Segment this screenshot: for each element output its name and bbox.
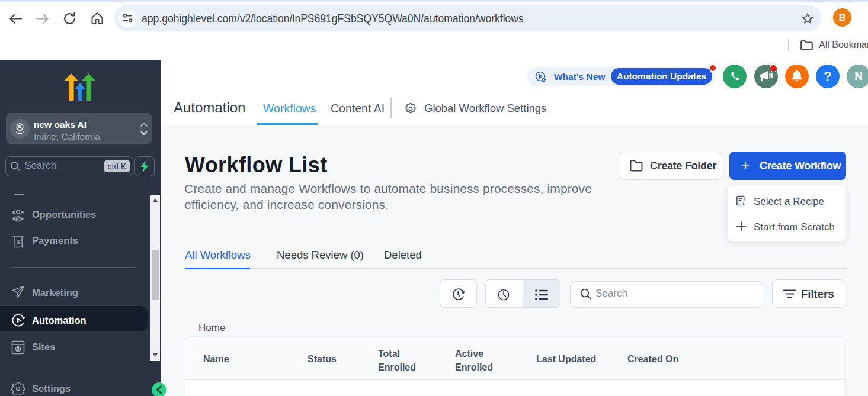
svg-text:$: $ — [16, 239, 20, 246]
